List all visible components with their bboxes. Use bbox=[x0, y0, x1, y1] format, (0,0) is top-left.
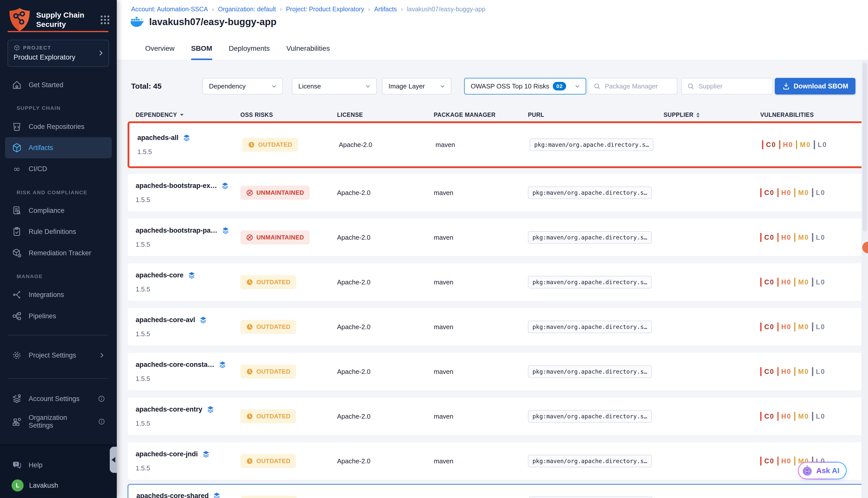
integrations-icon bbox=[12, 289, 22, 300]
tab-overview[interactable]: Overview bbox=[145, 44, 175, 60]
dropdown-label: OWASP OSS Top 10 Risks bbox=[471, 82, 549, 90]
column-header-supplier[interactable]: SUPPLIER bbox=[664, 112, 760, 118]
sbom-table: apacheds-all1.5.5 OUTDATED Apache-2.0 ma… bbox=[128, 121, 865, 498]
ask-ai-label: Ask AI bbox=[816, 466, 839, 475]
dependency-name: apacheds-core-shared bbox=[136, 492, 209, 498]
package-manager-search bbox=[588, 78, 677, 94]
license-cell: Apache-2.0 bbox=[337, 412, 434, 420]
project-label: PROJECT bbox=[23, 45, 51, 51]
table-row[interactable]: apacheds-bootstrap-ex…1.5.5 UNMAINTAINED… bbox=[128, 174, 865, 212]
vulnerability-counts: C0H0M0L0 bbox=[760, 323, 857, 331]
purl-chip[interactable]: pkg:maven/org.apache.directory.s… bbox=[528, 231, 652, 244]
page-header: Account: Automation-SSCA › Organization:… bbox=[117, 0, 868, 60]
project-selector[interactable]: PROJECT Product Exploratory bbox=[8, 40, 109, 67]
info-icon[interactable] bbox=[98, 395, 105, 403]
sidebar-item-pipelines[interactable]: Pipelines bbox=[5, 305, 112, 327]
purl-chip[interactable]: pkg:maven/org.apache.directory.s… bbox=[528, 410, 652, 423]
dependency-version: 1.5.5 bbox=[136, 375, 240, 383]
image-layer-filter-dropdown[interactable]: Image Layer bbox=[382, 78, 451, 94]
sidebar-item-help[interactable]: ? Help bbox=[5, 455, 112, 476]
column-header-purl: PURL bbox=[528, 112, 664, 118]
sidebar-item-compliance[interactable]: Compliance bbox=[5, 200, 112, 221]
sidebar-item-integrations[interactable]: Integrations bbox=[5, 284, 112, 305]
unmaintained-icon bbox=[246, 189, 253, 196]
sidebar-collapse-handle[interactable] bbox=[110, 447, 117, 473]
owasp-risks-filter-dropdown[interactable]: OWASP OSS Top 10 Risks 02 bbox=[464, 78, 586, 94]
sidebar-item-get-started[interactable]: Get Started bbox=[5, 74, 112, 95]
column-header-dependency[interactable]: DEPENDENCY bbox=[136, 112, 240, 118]
table-row[interactable]: apacheds-core-consta…1.5.5 OUTDATED Apac… bbox=[128, 353, 865, 391]
package-manager-cell: maven bbox=[434, 323, 528, 331]
license-filter-dropdown[interactable]: License bbox=[292, 78, 377, 94]
purl-chip[interactable]: pkg:maven/org.apache.directory.s… bbox=[529, 497, 653, 498]
ask-ai-button[interactable]: Ask AI bbox=[798, 462, 847, 480]
sidebar-item-remediation-tracker[interactable]: Remediation Tracker bbox=[5, 243, 112, 264]
sidebar-item-label: Project Settings bbox=[29, 352, 76, 359]
breadcrumb-separator: › bbox=[401, 6, 403, 13]
download-icon bbox=[782, 82, 790, 90]
dependency-name: apacheds-core-avl bbox=[136, 316, 195, 324]
tab-deployments[interactable]: Deployments bbox=[229, 44, 270, 60]
download-sbom-button[interactable]: Download SBOM bbox=[775, 78, 855, 94]
vulnerability-counts: C0H0M0L0 bbox=[760, 233, 857, 242]
sidebar-item-artifacts[interactable]: Artifacts bbox=[5, 137, 112, 158]
breadcrumb-artifacts[interactable]: Artifacts bbox=[374, 5, 397, 13]
license-cell: Apache-2.0 bbox=[337, 368, 434, 376]
purl-chip[interactable]: pkg:maven/org.apache.directory.s… bbox=[530, 139, 654, 151]
purl-chip[interactable]: pkg:maven/org.apache.directory.s… bbox=[528, 320, 652, 333]
breadcrumb-account[interactable]: Account: Automation-SSCA bbox=[131, 5, 208, 13]
remediation-cube-icon bbox=[12, 248, 22, 258]
table-row[interactable]: apacheds-core-jndi1.5.5 OUTDATED Apache-… bbox=[128, 442, 865, 480]
layers-icon bbox=[202, 450, 210, 458]
table-row[interactable]: apacheds-all1.5.5 OUTDATED Apache-2.0 ma… bbox=[128, 121, 865, 168]
dependency-filter-dropdown[interactable]: Dependency bbox=[202, 78, 283, 94]
vulnerability-counts: C0H0M0L0 bbox=[760, 412, 857, 421]
layers-icon bbox=[188, 271, 196, 279]
app-logo: Supply Chain Security bbox=[9, 8, 94, 32]
grid-menu-icon[interactable] bbox=[99, 14, 111, 26]
purl-chip[interactable]: pkg:maven/org.apache.directory.s… bbox=[528, 455, 652, 467]
sidebar-item-label: Compliance bbox=[29, 207, 65, 214]
chevron-down-icon bbox=[270, 82, 278, 90]
sidebar-item-rule-definitions[interactable]: Rule Definitions bbox=[5, 221, 112, 242]
svg-text:?: ? bbox=[15, 462, 17, 466]
dropdown-label: Dependency bbox=[209, 82, 246, 90]
column-header-vulnerabilities: VULNERABILITIES bbox=[760, 112, 857, 118]
sidebar-item-project-settings[interactable]: Project Settings bbox=[5, 345, 112, 366]
sidebar-item-organization-settings[interactable]: Organization Settings bbox=[5, 411, 112, 432]
table-row[interactable]: apacheds-core-entry1.5.5 OUTDATED Apache… bbox=[128, 397, 865, 435]
sidebar-item-code-repositories[interactable]: Code Repositories bbox=[5, 116, 112, 137]
info-icon[interactable] bbox=[98, 418, 105, 425]
dependency-version: 1.5.5 bbox=[136, 286, 240, 293]
dependency-name: apacheds-all bbox=[137, 134, 178, 142]
purl-chip[interactable]: pkg:maven/org.apache.directory.s… bbox=[528, 276, 652, 288]
page-title: lavakush07/easy-buggy-app bbox=[149, 16, 277, 27]
package-manager-input[interactable] bbox=[604, 82, 672, 90]
sort-both-icon bbox=[696, 113, 699, 118]
table-row[interactable]: apacheds-bootstrap-pa…1.5.5 UNMAINTAINED… bbox=[128, 219, 865, 256]
layers-icon bbox=[218, 361, 227, 369]
table-row[interactable]: apacheds-core1.5.5 OUTDATED Apache-2.0 m… bbox=[128, 263, 865, 301]
scrollbar-thumb[interactable] bbox=[863, 63, 867, 232]
sidebar-item-label: Artifacts bbox=[29, 144, 53, 152]
sidebar-item-label: Organization Settings bbox=[29, 414, 91, 429]
table-row[interactable]: apacheds-core-shared1.5.5 OUTDATED Apach… bbox=[128, 484, 865, 498]
layers-icon bbox=[199, 316, 207, 324]
dependency-version: 1.5.5 bbox=[136, 330, 240, 338]
sidebar-item-account-settings[interactable]: Account Settings bbox=[5, 388, 112, 409]
section-label-supply-chain: SUPPLY CHAIN bbox=[16, 105, 61, 113]
tab-sbom[interactable]: SBOM bbox=[191, 44, 212, 60]
table-row[interactable]: apacheds-core-avl1.5.5 OUTDATED Apache-2… bbox=[128, 308, 865, 346]
package-manager-cell: maven bbox=[434, 457, 528, 465]
license-cell: Apache-2.0 bbox=[337, 323, 434, 331]
breadcrumb-project[interactable]: Project: Product Exploratory bbox=[286, 5, 364, 13]
purl-chip[interactable]: pkg:maven/org.apache.directory.s… bbox=[528, 186, 652, 199]
supplier-input[interactable] bbox=[698, 82, 767, 90]
sidebar-item-ci-cd[interactable]: ∞ CI/CD bbox=[5, 158, 112, 180]
dependency-version: 1.5.5 bbox=[136, 241, 240, 249]
breadcrumb-organization[interactable]: Organization: default bbox=[218, 5, 276, 13]
purl-chip[interactable]: pkg:maven/org.apache.directory.s… bbox=[528, 365, 652, 378]
tab-vulnerabilities[interactable]: Vulnerabilities bbox=[286, 44, 330, 60]
user-menu[interactable]: L Lavakush bbox=[12, 480, 58, 492]
sidebar-footer: ? Help L Lavakush bbox=[0, 445, 117, 498]
